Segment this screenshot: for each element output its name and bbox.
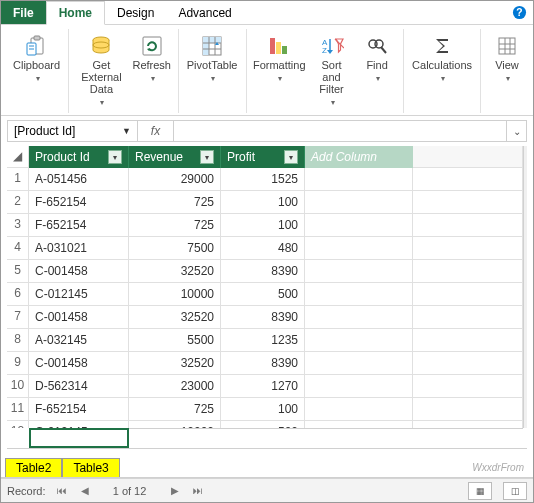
filter-icon[interactable] xyxy=(108,150,122,164)
name-box[interactable]: [Product Id]▼ xyxy=(8,121,138,141)
cell-empty[interactable] xyxy=(413,191,523,214)
formatting-button[interactable]: Formatting xyxy=(251,31,308,111)
cell-revenue[interactable]: 7500 xyxy=(129,237,221,260)
pivottable-button[interactable]: PivotTable xyxy=(183,31,242,87)
row-header[interactable]: 5 xyxy=(7,260,29,283)
cell-profit[interactable]: 8390 xyxy=(221,306,305,329)
row-header[interactable]: 7 xyxy=(7,306,29,329)
view-button[interactable]: View xyxy=(485,31,529,87)
clipboard-button[interactable]: Clipboard xyxy=(9,31,64,87)
view-mode-other[interactable]: ◫ xyxy=(503,482,527,500)
cell-productid[interactable]: A-031021 xyxy=(29,237,129,260)
cell-productid[interactable]: D-562314 xyxy=(29,375,129,398)
view-mode-grid[interactable]: ▦ xyxy=(468,482,492,500)
last-record-button[interactable]: ⏭ xyxy=(190,485,206,496)
formula-input[interactable] xyxy=(174,121,506,141)
filter-icon[interactable] xyxy=(200,150,214,164)
home-tab[interactable]: Home xyxy=(46,1,105,25)
active-cell-cursor[interactable] xyxy=(29,428,129,448)
advanced-tab[interactable]: Advanced xyxy=(166,1,243,24)
cell-productid[interactable]: C-012145 xyxy=(29,421,129,428)
row-header[interactable]: 4 xyxy=(7,237,29,260)
cell-revenue[interactable]: 5500 xyxy=(129,329,221,352)
cell-productid[interactable]: A-032145 xyxy=(29,329,129,352)
scroll-up-icon[interactable]: ▲ xyxy=(524,146,527,155)
cell-empty[interactable] xyxy=(305,237,413,260)
cell-empty[interactable] xyxy=(305,191,413,214)
cell-profit[interactable]: 1270 xyxy=(221,375,305,398)
prev-record-button[interactable]: ◀ xyxy=(78,485,92,496)
cell-productid[interactable]: F-652154 xyxy=(29,191,129,214)
cell-productid[interactable]: C-001458 xyxy=(29,306,129,329)
cell-revenue[interactable]: 725 xyxy=(129,214,221,237)
row-header[interactable]: 9 xyxy=(7,352,29,375)
sort-filter-button[interactable]: AZ Sort and Filter xyxy=(308,31,355,111)
cell-profit[interactable]: 500 xyxy=(221,283,305,306)
row-header[interactable]: 1 xyxy=(7,168,29,191)
row-header[interactable]: 8 xyxy=(7,329,29,352)
refresh-button[interactable]: Refresh xyxy=(130,31,174,111)
cell-profit[interactable]: 500 xyxy=(221,421,305,428)
cell-profit[interactable]: 1235 xyxy=(221,329,305,352)
add-column[interactable]: Add Column xyxy=(305,146,413,168)
filter-icon[interactable] xyxy=(284,150,298,164)
cell-empty[interactable] xyxy=(305,306,413,329)
cell-profit[interactable]: 100 xyxy=(221,191,305,214)
cell-revenue[interactable]: 10000 xyxy=(129,283,221,306)
expand-formula-bar[interactable]: ⌄ xyxy=(506,121,526,141)
cell-empty[interactable] xyxy=(413,398,523,421)
vertical-scrollbar[interactable]: ▲▼ xyxy=(523,146,527,428)
first-record-button[interactable]: ⏮ xyxy=(54,485,70,496)
row-header[interactable]: 3 xyxy=(7,214,29,237)
cell-empty[interactable] xyxy=(305,329,413,352)
cell-profit[interactable]: 100 xyxy=(221,214,305,237)
row-header[interactable]: 6 xyxy=(7,283,29,306)
file-tab[interactable]: File xyxy=(1,1,46,24)
cell-profit[interactable]: 1525 xyxy=(221,168,305,191)
cell-empty[interactable] xyxy=(413,260,523,283)
column-header-profit[interactable]: Profit xyxy=(221,146,305,168)
cell-empty[interactable] xyxy=(413,283,523,306)
cell-productid[interactable]: F-652154 xyxy=(29,214,129,237)
cell-empty[interactable] xyxy=(305,168,413,191)
design-tab[interactable]: Design xyxy=(105,1,166,24)
chevron-down-icon[interactable]: ▼ xyxy=(122,126,131,136)
cell-empty[interactable] xyxy=(305,214,413,237)
cell-empty[interactable] xyxy=(413,352,523,375)
cell-revenue[interactable]: 32520 xyxy=(129,306,221,329)
next-record-button[interactable]: ▶ xyxy=(168,485,182,496)
cell-revenue[interactable]: 725 xyxy=(129,191,221,214)
cell-revenue[interactable]: 32520 xyxy=(129,260,221,283)
sheet-tab-table2[interactable]: Table2 xyxy=(5,458,62,477)
cell-profit[interactable]: 8390 xyxy=(221,352,305,375)
row-header[interactable]: 2 xyxy=(7,191,29,214)
cell-empty[interactable] xyxy=(413,306,523,329)
cell-productid[interactable]: F-652154 xyxy=(29,398,129,421)
cell-empty[interactable] xyxy=(305,352,413,375)
cell-revenue[interactable]: 32520 xyxy=(129,352,221,375)
cell-profit[interactable]: 480 xyxy=(221,237,305,260)
fx-label[interactable]: fx xyxy=(138,121,174,141)
row-header[interactable]: 11 xyxy=(7,398,29,421)
help-icon[interactable]: ? xyxy=(512,1,527,24)
column-header-revenue[interactable]: Revenue xyxy=(129,146,221,168)
cell-empty[interactable] xyxy=(305,398,413,421)
cell-empty[interactable] xyxy=(413,168,523,191)
cell-profit[interactable]: 8390 xyxy=(221,260,305,283)
cell-empty[interactable] xyxy=(413,237,523,260)
cell-empty[interactable] xyxy=(305,375,413,398)
cell-productid[interactable]: C-001458 xyxy=(29,260,129,283)
get-external-data-button[interactable]: Get External Data xyxy=(73,31,130,111)
cell-empty[interactable] xyxy=(413,375,523,398)
calculations-button[interactable]: Calculations xyxy=(408,31,476,87)
column-header-productid[interactable]: Product Id xyxy=(29,146,129,168)
row-header[interactable]: 12 xyxy=(7,421,29,428)
cell-empty[interactable] xyxy=(305,260,413,283)
cell-empty[interactable] xyxy=(413,421,523,428)
cell-profit[interactable]: 100 xyxy=(221,398,305,421)
cell-revenue[interactable]: 29000 xyxy=(129,168,221,191)
cell-productid[interactable]: C-001458 xyxy=(29,352,129,375)
cell-empty[interactable] xyxy=(413,329,523,352)
cell-empty[interactable] xyxy=(305,283,413,306)
sheet-tab-table3[interactable]: Table3 xyxy=(62,458,119,477)
